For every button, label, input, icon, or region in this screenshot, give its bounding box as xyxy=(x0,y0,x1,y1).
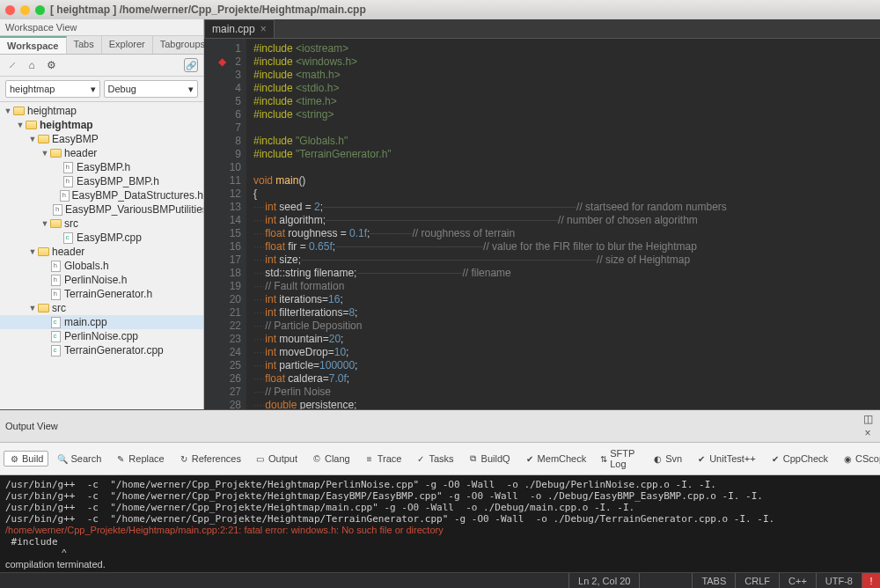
project-tree[interactable]: ▼heightmap▼heightmap▼EasyBMP▼headerEasyB… xyxy=(0,102,203,409)
output-tab-unittest-[interactable]: ✔UnitTest++ xyxy=(691,451,761,467)
tree-node[interactable]: main.cpp xyxy=(0,315,203,329)
link-icon[interactable]: 🔗 xyxy=(184,58,198,72)
minimize-window-icon[interactable] xyxy=(20,5,30,15)
workspace-sidebar: Workspace View Workspace Tabs Explorer T… xyxy=(0,19,204,409)
detach-icon[interactable]: ◫ xyxy=(861,412,875,426)
tree-node[interactable]: TerrainGenerator.cpp xyxy=(0,343,203,357)
editor-tabs: main.cpp × xyxy=(204,19,880,39)
workspace-title: Workspace View xyxy=(0,19,203,36)
output-console[interactable]: /usr/bin/g++ -c "/home/werner/Cpp_Projek… xyxy=(0,475,880,572)
tree-node[interactable]: TerrainGenerator.h xyxy=(0,287,203,301)
workspace-tab-workspace[interactable]: Workspace xyxy=(0,36,67,54)
output-tab-buildq[interactable]: ⧉BuildQ xyxy=(463,451,516,467)
tree-node[interactable]: ▼header xyxy=(0,245,203,259)
output-tab-output[interactable]: ▭Output xyxy=(250,451,303,467)
line-gutter: 1234567891011121314151617181920212223242… xyxy=(204,39,246,409)
tree-node[interactable]: ▼src xyxy=(0,217,203,231)
tree-node[interactable]: EasyBMP_DataStructures.h xyxy=(0,188,203,202)
status-enc[interactable]: UTF-8 xyxy=(816,573,862,588)
output-tab-svn[interactable]: ◐Svn xyxy=(647,451,687,467)
tree-node[interactable]: EasyBMP.h xyxy=(0,160,203,174)
maximize-window-icon[interactable] xyxy=(35,5,45,15)
workspace-tab-explorer[interactable]: Explorer xyxy=(102,36,153,54)
output-tab-references[interactable]: ↻References xyxy=(173,451,246,467)
code-editor[interactable]: 1234567891011121314151617181920212223242… xyxy=(204,39,880,409)
output-tab-cppcheck[interactable]: ✔CppCheck xyxy=(765,451,833,467)
workspace-tabs: Workspace Tabs Explorer Tabgroups ▲ xyxy=(0,36,203,55)
home-icon[interactable]: ⌂ xyxy=(25,58,39,72)
close-tab-icon[interactable]: × xyxy=(260,23,267,35)
tree-node[interactable]: ▼header xyxy=(0,146,203,160)
tree-node[interactable]: PerlinNoise.cpp xyxy=(0,329,203,343)
tree-node[interactable]: ▼heightmap xyxy=(0,118,203,132)
output-tab-clang[interactable]: ©Clang xyxy=(306,451,356,467)
config-select[interactable]: Debug▾ xyxy=(104,80,199,98)
status-position[interactable]: Ln 2, Col 20 xyxy=(568,573,639,588)
tree-node[interactable]: PerlinNoise.h xyxy=(0,273,203,287)
output-panel: Output View ◫ × ⚙Build🔍Search✎Replace↻Re… xyxy=(0,409,880,572)
wand-icon[interactable]: ⟋ xyxy=(5,58,19,72)
titlebar: [ heightmap ] /home/werner/Cpp_Projekte/… xyxy=(0,0,880,19)
gear-icon[interactable]: ⚙ xyxy=(44,58,58,72)
workspace-tab-tabs[interactable]: Tabs xyxy=(67,36,102,54)
output-window-controls: ◫ × xyxy=(861,412,875,440)
output-title-bar: Output View ◫ × xyxy=(0,410,880,443)
status-error-icon[interactable]: ! xyxy=(862,573,880,588)
tree-node[interactable]: ▼EasyBMP xyxy=(0,132,203,146)
tree-node[interactable]: EasyBMP.cpp xyxy=(0,231,203,245)
output-tab-cscope[interactable]: ◉CScope xyxy=(837,451,880,467)
workspace-toolbar: ⟋ ⌂ ⚙ 🔗 xyxy=(0,55,203,77)
output-tab-tasks[interactable]: ✓Tasks xyxy=(410,451,458,467)
output-tab-sftp-log[interactable]: ⇅SFTP Log xyxy=(595,445,643,472)
tree-node[interactable]: EasyBMP_BMP.h xyxy=(0,174,203,188)
status-eol[interactable]: CRLF xyxy=(735,573,779,588)
editor-tab-main[interactable]: main.cpp × xyxy=(204,19,275,38)
editor-tab-label: main.cpp xyxy=(212,23,255,35)
code-text[interactable]: #include <iostream> #include <windows.h>… xyxy=(246,39,880,409)
output-title: Output View xyxy=(5,421,58,431)
editor-area: main.cpp × 12345678910111213141516171819… xyxy=(204,19,880,409)
output-tab-replace[interactable]: ✎Replace xyxy=(110,451,169,467)
output-tab-search[interactable]: 🔍Search xyxy=(52,451,106,467)
tree-node[interactable]: ▼heightmap xyxy=(0,104,203,118)
output-tab-build[interactable]: ⚙Build xyxy=(4,451,48,467)
close-window-icon[interactable] xyxy=(5,5,15,15)
status-lang[interactable]: C++ xyxy=(779,573,816,588)
output-tab-memcheck[interactable]: ✔MemCheck xyxy=(519,451,592,467)
status-bar: Ln 2, Col 20 TABS CRLF C++ UTF-8 ! xyxy=(0,572,880,588)
window-title: [ heightmap ] /home/werner/Cpp_Projekte/… xyxy=(50,4,366,16)
tree-node[interactable]: Globals.h xyxy=(0,259,203,273)
project-select[interactable]: heightmap▾ xyxy=(5,80,100,98)
tree-node[interactable]: EasyBMP_VariousBMPutilities.h xyxy=(0,202,203,217)
workspace-combos: heightmap▾ Debug▾ xyxy=(0,77,203,102)
output-tab-trace[interactable]: ≡Trace xyxy=(359,451,407,467)
tree-node[interactable]: ▼src xyxy=(0,301,203,315)
window-controls xyxy=(5,5,45,15)
close-panel-icon[interactable]: × xyxy=(861,426,875,440)
status-tabs[interactable]: TABS xyxy=(692,573,735,588)
output-tabs: ⚙Build🔍Search✎Replace↻References▭Output©… xyxy=(0,443,880,475)
